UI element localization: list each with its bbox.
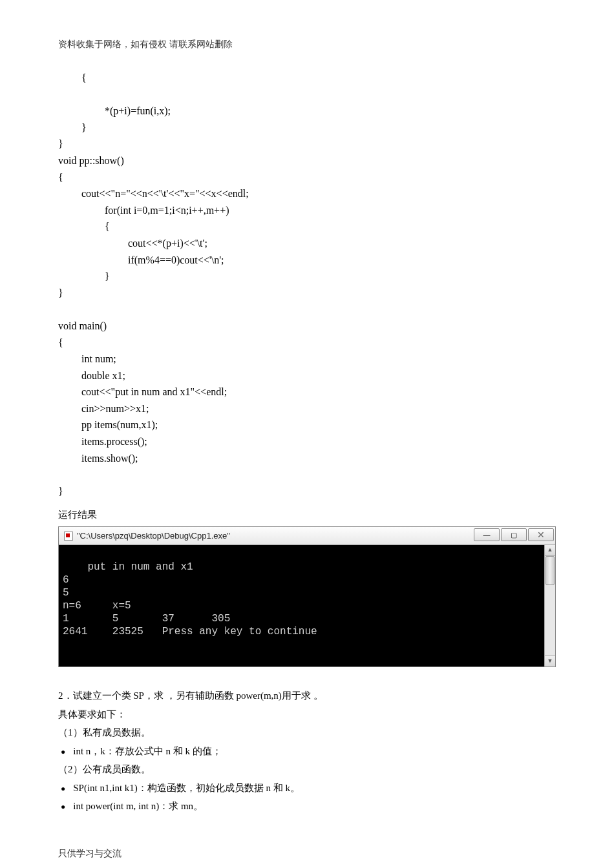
code-line: }: [58, 268, 556, 285]
window-title: "C:\Users\pzq\Desktop\Debug\Cpp1.exe": [77, 531, 230, 541]
scroll-down-arrow[interactable]: ▼: [545, 656, 555, 666]
titlebar-left: "C:\Users\pzq\Desktop\Debug\Cpp1.exe": [64, 531, 230, 541]
code-line: if(m%4==0)cout<<'\n';: [58, 252, 556, 269]
code-line: {: [58, 218, 556, 235]
code-line: {: [58, 169, 556, 186]
code-line: double x1;: [58, 367, 556, 384]
code-line: void pp::show(): [58, 152, 556, 169]
bullet-3-text: int power(int m, int n)：求 mn。: [73, 797, 203, 816]
requirements-label: 具体要求如下：: [58, 705, 556, 724]
code-line: cout<<*(p+i)<<'\t';: [58, 235, 556, 252]
code-line: }: [58, 119, 556, 136]
close-button[interactable]: ✕: [528, 528, 554, 541]
code-block: { *(p+i)=fun(i,x);}}void pp::show(){cout…: [58, 70, 556, 499]
section-2: （2）公有成员函数。: [58, 760, 556, 779]
console-output: put in num and x1 6 5 n=6 x=5 1 5 37 305…: [63, 561, 317, 637]
page-header: 资料收集于网络，如有侵权 请联系网站删除: [58, 39, 556, 50]
minimize-button[interactable]: —: [474, 528, 500, 541]
code-line: items.show();: [58, 450, 556, 467]
scrollbar-thumb[interactable]: [545, 556, 555, 585]
code-line: [58, 466, 556, 483]
bullet-1: ● int n，k：存放公式中 n 和 k 的值；: [58, 742, 556, 761]
titlebar-buttons: — ▢ ✕: [474, 527, 555, 544]
code-line: }: [58, 483, 556, 500]
app-icon: [64, 532, 73, 541]
code-line: [58, 301, 556, 318]
code-line: void main(): [58, 318, 556, 335]
code-line: [58, 87, 556, 103]
code-line: pp items(num,x1);: [58, 417, 556, 433]
bullet-dot-icon: ●: [61, 781, 65, 796]
question-line: 2．试建立一个类 SP，求 ，另有辅助函数 power(m,n)用于求 。: [58, 687, 556, 705]
bullet-1-text: int n，k：存放公式中 n 和 k 的值；: [73, 742, 222, 761]
titlebar: "C:\Users\pzq\Desktop\Debug\Cpp1.exe" — …: [59, 527, 555, 545]
bullet-dot-icon: ●: [61, 800, 65, 814]
code-line: *(p+i)=fun(i,x);: [58, 103, 556, 119]
question-section: 2．试建立一个类 SP，求 ，另有辅助函数 power(m,n)用于求 。 具体…: [58, 687, 556, 816]
console-window: "C:\Users\pzq\Desktop\Debug\Cpp1.exe" — …: [58, 526, 556, 667]
code-line: cout<<"n="<<n<<'\t'<<"x="<<x<<endl;: [58, 185, 556, 202]
code-line: for(int i=0,m=1;i<n;i++,m++): [58, 202, 556, 219]
bullet-dot-icon: ●: [61, 745, 65, 760]
code-line: int num;: [58, 351, 556, 367]
scroll-up-arrow[interactable]: ▲: [545, 545, 555, 556]
run-result-label: 运行结果: [58, 509, 556, 521]
code-line: cout<<"put in num and x1"<<endl;: [58, 384, 556, 400]
bullet-2: ● SP(int n1,int k1)：构造函数，初始化成员数据 n 和 k。: [58, 779, 556, 798]
code-line: {: [58, 70, 556, 87]
bullet-2-text: SP(int n1,int k1)：构造函数，初始化成员数据 n 和 k。: [73, 779, 300, 798]
code-line: items.process();: [58, 433, 556, 450]
console-body: put in num and x1 6 5 n=6 x=5 1 5 37 305…: [59, 545, 555, 666]
page-footer: 只供学习与交流: [58, 848, 556, 860]
scrollbar[interactable]: ▲ ▼: [544, 545, 555, 666]
maximize-button[interactable]: ▢: [501, 528, 527, 541]
code-line: }: [58, 285, 556, 302]
code-line: }: [58, 136, 556, 152]
code-line: {: [58, 335, 556, 351]
bullet-3: ● int power(int m, int n)：求 mn。: [58, 797, 556, 816]
code-line: cin>>num>>x1;: [58, 400, 556, 417]
section-1: （1）私有成员数据。: [58, 723, 556, 742]
